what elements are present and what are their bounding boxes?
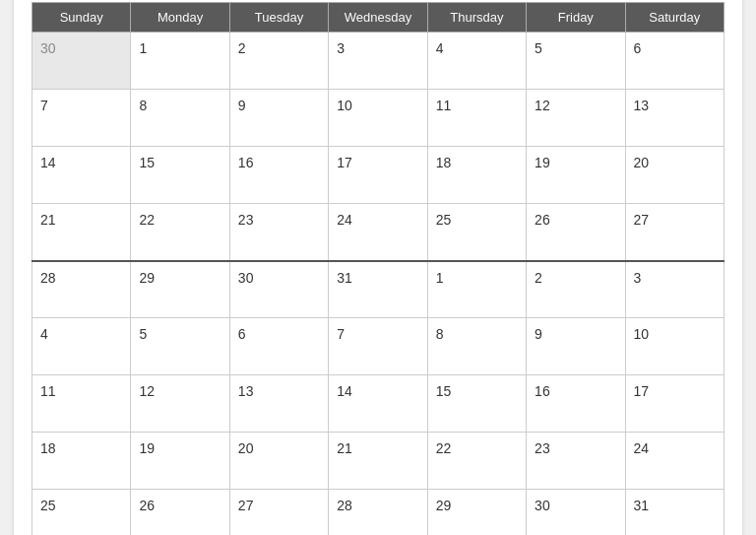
- calendar-day: 9: [527, 318, 625, 375]
- calendar-container: July August 2024 SundayMondayTuesdayWedn…: [14, 0, 742, 535]
- calendar-day: 31: [625, 490, 724, 536]
- calendar-day: 30: [229, 261, 328, 318]
- calendar-day: 31: [329, 261, 427, 318]
- calendar-day: 17: [625, 375, 724, 433]
- calendar-day: 20: [229, 433, 328, 490]
- header-row: SundayMondayTuesdayWednesdayThursdayFrid…: [32, 3, 724, 33]
- calendar-day: 27: [229, 490, 328, 536]
- calendar-day: 22: [427, 433, 526, 490]
- header-day-saturday: Saturday: [625, 3, 724, 33]
- calendar-day: 15: [427, 375, 526, 433]
- header-day-monday: Monday: [131, 3, 229, 33]
- calendar-day: 28: [329, 490, 427, 536]
- calendar-day: 5: [131, 318, 229, 375]
- calendar-day: 8: [131, 90, 229, 147]
- calendar-week-7: 18192021222324: [32, 433, 724, 490]
- calendar-day: 25: [32, 490, 131, 536]
- calendar-day: 1: [131, 33, 229, 90]
- calendar-day: 4: [427, 33, 526, 90]
- calendar-day: 14: [32, 147, 131, 204]
- calendar-day: 20: [625, 147, 724, 204]
- calendar-week-0: 30123456: [32, 33, 724, 90]
- calendar-day: 15: [131, 147, 229, 204]
- calendar-day: 6: [229, 318, 328, 375]
- calendar-day: 18: [32, 433, 131, 490]
- calendar-day: 13: [625, 90, 724, 147]
- calendar-week-1: 78910111213: [32, 90, 724, 147]
- calendar-day: 26: [527, 204, 625, 261]
- calendar-day: 16: [527, 375, 625, 433]
- calendar-day: 23: [229, 204, 328, 261]
- calendar-day: 9: [229, 90, 328, 147]
- calendar-day: 18: [427, 147, 526, 204]
- calendar-day: 3: [329, 33, 427, 90]
- header-day-wednesday: Wednesday: [329, 3, 427, 33]
- calendar-day: 8: [427, 318, 526, 375]
- calendar-week-3: 21222324252627: [32, 204, 724, 261]
- calendar-day: 21: [32, 204, 131, 261]
- calendar-week-6: 11121314151617: [32, 375, 724, 433]
- header-day-friday: Friday: [527, 3, 625, 33]
- calendar-day: 27: [625, 204, 724, 261]
- calendar-table: SundayMondayTuesdayWednesdayThursdayFrid…: [32, 2, 724, 535]
- calendar-day: 19: [131, 433, 229, 490]
- calendar-day: 10: [329, 90, 427, 147]
- calendar-day: 22: [131, 204, 229, 261]
- calendar-day: 10: [625, 318, 724, 375]
- calendar-day: 19: [527, 147, 625, 204]
- calendar-day: 21: [329, 433, 427, 490]
- calendar-day: 13: [229, 375, 328, 433]
- calendar-week-8: 25262728293031: [32, 490, 724, 536]
- calendar-day: 11: [427, 90, 526, 147]
- calendar-day: 12: [131, 375, 229, 433]
- calendar-day: 3: [625, 261, 724, 318]
- calendar-day: 29: [131, 261, 229, 318]
- calendar-day: 7: [329, 318, 427, 375]
- calendar-day: 24: [625, 433, 724, 490]
- calendar-day: 5: [527, 33, 625, 90]
- calendar-header: SundayMondayTuesdayWednesdayThursdayFrid…: [32, 3, 724, 33]
- calendar-body: 3012345678910111213141516171819202122232…: [32, 33, 724, 536]
- calendar-day: 29: [427, 490, 526, 536]
- calendar-day: 12: [527, 90, 625, 147]
- calendar-day: 4: [32, 318, 131, 375]
- calendar-week-2: 14151617181920: [32, 147, 724, 204]
- calendar-day: 24: [329, 204, 427, 261]
- calendar-day: 1: [427, 261, 526, 318]
- calendar-day: 26: [131, 490, 229, 536]
- calendar-day: 23: [527, 433, 625, 490]
- calendar-week-4: 28293031123: [32, 261, 724, 318]
- calendar-day: 2: [527, 261, 625, 318]
- calendar-week-5: 45678910: [32, 318, 724, 375]
- header-day-tuesday: Tuesday: [229, 3, 328, 33]
- calendar-day: 25: [427, 204, 526, 261]
- calendar-day: 30: [32, 33, 131, 90]
- header-day-sunday: Sunday: [32, 3, 131, 33]
- header-day-thursday: Thursday: [427, 3, 526, 33]
- calendar-day: 14: [329, 375, 427, 433]
- calendar-day: 6: [625, 33, 724, 90]
- calendar-day: 7: [32, 90, 131, 147]
- calendar-day: 17: [329, 147, 427, 204]
- calendar-day: 11: [32, 375, 131, 433]
- calendar-day: 16: [229, 147, 328, 204]
- calendar-day: 2: [229, 33, 328, 90]
- calendar-day: 30: [527, 490, 625, 536]
- calendar-day: 28: [32, 261, 131, 318]
